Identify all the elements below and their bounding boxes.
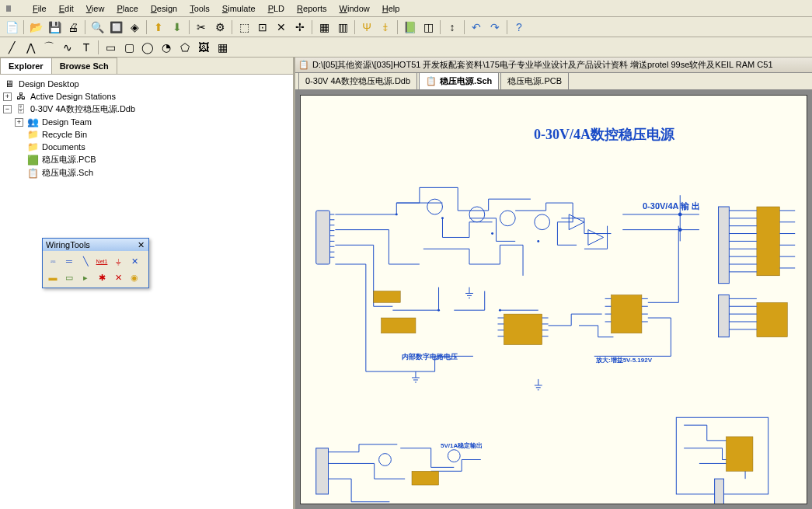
move-button[interactable]: ✢ xyxy=(291,19,308,36)
folder-icon: 📁 xyxy=(26,141,39,152)
hierarchy-down-button[interactable]: ⬇ xyxy=(169,19,186,36)
collapse-icon[interactable]: − xyxy=(3,105,12,113)
wiring-tools-titlebar[interactable]: WiringTools ✕ xyxy=(43,239,148,251)
arc-button[interactable]: ⌒ xyxy=(40,39,58,56)
tool2-button[interactable]: ▥ xyxy=(334,19,351,36)
image-button[interactable]: 🖼 xyxy=(195,39,212,56)
menu-view[interactable]: View xyxy=(80,2,111,16)
tab-browse-sch[interactable]: Browse Sch xyxy=(51,58,117,74)
tree-team[interactable]: + 👥 Design Team xyxy=(3,116,290,128)
tab-explorer[interactable]: Explorer xyxy=(0,58,52,74)
tree-stations[interactable]: + 🖧 Active Design Stations xyxy=(3,90,290,103)
select-rect-button[interactable]: ⬚ xyxy=(235,19,253,36)
open-button[interactable]: 📂 xyxy=(27,19,44,36)
help-button[interactable]: ? xyxy=(511,19,528,36)
svg-rect-17 xyxy=(715,479,724,504)
folder-icon: 📁 xyxy=(26,129,39,140)
bus-entry-button[interactable]: ╲ xyxy=(78,253,93,269)
print-button[interactable]: 🖨 xyxy=(64,19,82,36)
svg-rect-19 xyxy=(412,471,439,485)
database-icon: 🗄 xyxy=(15,104,27,115)
save-button[interactable]: 💾 xyxy=(46,19,63,36)
tree-documents[interactable]: 📁 Documents xyxy=(3,141,290,153)
menu-window[interactable]: Window xyxy=(333,2,376,16)
tool1-button[interactable]: ▦ xyxy=(315,19,333,36)
zoom-area-button[interactable]: 🔲 xyxy=(107,19,124,36)
svg-rect-6 xyxy=(374,291,401,303)
bezier-button[interactable]: ∿ xyxy=(59,39,76,56)
line-button[interactable]: ╱ xyxy=(3,39,20,56)
round-rect-button[interactable]: ▢ xyxy=(120,39,138,56)
no-erc-button[interactable]: ✕ xyxy=(110,270,126,285)
menu-place[interactable]: Place xyxy=(110,2,145,16)
port-button[interactable]: ✱ xyxy=(94,270,110,285)
library-button[interactable]: ◫ xyxy=(420,19,437,36)
svg-point-4 xyxy=(535,214,550,230)
new-button[interactable]: 📄 xyxy=(3,19,20,36)
menu-reports[interactable]: Reports xyxy=(291,2,333,16)
part-button[interactable]: ▬ xyxy=(45,270,61,285)
stations-icon: 🖧 xyxy=(15,91,27,102)
svg-rect-12 xyxy=(757,302,787,336)
main-toolbar: 📄 📂 💾 🖨 🔍 🔲 ◈ ⬆ ⬇ ✂ ⚙ ⬚ ⊡ ✕ ✢ ▦ ▥ Ψ ⤈ 📗 … xyxy=(0,17,812,37)
menu-edit[interactable]: Edit xyxy=(53,2,80,16)
rect-button[interactable]: ▭ xyxy=(102,39,119,56)
tree-root[interactable]: 🖥 Design Desktop xyxy=(3,78,290,90)
document-path: D:\[05]其他资源\[035]HOT51 开发板配套资料\175电子专业毕业… xyxy=(312,59,773,71)
bus-button[interactable]: ═ xyxy=(61,253,77,269)
tab-sch[interactable]: 📋 稳压电源.Sch xyxy=(419,72,499,89)
tree-pcb[interactable]: 🟩 稳压电源.PCB xyxy=(3,153,290,166)
probe-button[interactable]: ◉ xyxy=(127,270,142,285)
zoom-button[interactable]: 🔍 xyxy=(89,19,106,36)
close-icon[interactable]: ✕ xyxy=(136,240,145,249)
zoom-fit-button[interactable]: ◈ xyxy=(126,19,143,36)
tab-ddb[interactable]: 0-30V 4A数控稳压电源.Ddb xyxy=(298,72,417,89)
redo-button[interactable]: ↷ xyxy=(486,19,504,36)
sch-icon: 📋 xyxy=(26,168,39,179)
power-button[interactable]: Ψ xyxy=(358,19,375,36)
hierarchy-up-button[interactable]: ⬆ xyxy=(150,19,167,36)
schematic-canvas[interactable]: 0-30V/4A数控稳压电源 0-30V/4A 输 出 内部数字电路电压 放大:… xyxy=(300,95,807,504)
svg-point-3 xyxy=(500,211,515,226)
polygon-button[interactable]: ⬠ xyxy=(176,39,193,56)
settings-button[interactable]: ⚙ xyxy=(211,19,228,36)
port-button[interactable]: ⤈ xyxy=(377,19,394,36)
doc-icon: 📋 xyxy=(298,60,309,71)
undo-button[interactable]: ↶ xyxy=(468,19,485,36)
tree-ddb[interactable]: − 🗄 0-30V 4A数控稳压电源.Ddb xyxy=(3,103,290,116)
explorer-panel: Explorer Browse Sch 🖥 Design Desktop + 🖧… xyxy=(0,58,295,509)
svg-point-20 xyxy=(379,454,392,466)
menu-pld[interactable]: PLD xyxy=(262,2,291,16)
power-port-button[interactable]: ⏚ xyxy=(110,253,126,269)
select-touch-button[interactable]: ⊡ xyxy=(254,19,271,36)
wiring-tools-palette[interactable]: WiringTools ✕ ⎓ ═ ╲ Net1 ⏚ ✕ ▬ ▭ ▸ ✱ ✕ ◉ xyxy=(42,238,149,288)
net-label-button[interactable]: Net1 xyxy=(94,253,110,269)
pie-button[interactable]: ◔ xyxy=(158,39,175,56)
svg-point-22 xyxy=(396,213,398,215)
deselect-button[interactable]: ✕ xyxy=(273,19,290,36)
annotate-button[interactable]: ↕ xyxy=(444,19,461,36)
sheet-entry-button[interactable]: ▸ xyxy=(78,270,93,285)
wire-button[interactable]: ⎓ xyxy=(45,253,61,269)
menu-design[interactable]: Design xyxy=(145,2,183,16)
array-button[interactable]: ▦ xyxy=(214,39,231,56)
expand-icon[interactable]: + xyxy=(15,118,23,127)
sheet-symbol-button[interactable]: ▭ xyxy=(61,270,77,285)
tab-pcb[interactable]: 稳压电源.PCB xyxy=(500,72,569,89)
menu-tools[interactable]: Tools xyxy=(183,2,216,16)
expand-icon[interactable]: + xyxy=(3,92,12,101)
sch-icon: 📋 xyxy=(426,76,437,86)
tree-sch[interactable]: 📋 稳压电源.Sch xyxy=(3,166,290,180)
menu-help[interactable]: Help xyxy=(376,2,406,16)
junction-button[interactable]: ✕ xyxy=(127,253,142,269)
tree-recycle[interactable]: 📁 Recycle Bin xyxy=(3,128,290,141)
browse-button[interactable]: 📗 xyxy=(401,19,418,36)
polyline-button[interactable]: ⋀ xyxy=(22,39,39,56)
ellipse-button[interactable]: ◯ xyxy=(139,39,156,56)
menu-simulate[interactable]: Simulate xyxy=(216,2,262,16)
cut-button[interactable]: ✂ xyxy=(193,19,210,36)
svg-point-21 xyxy=(448,450,460,462)
text-button[interactable]: T xyxy=(78,39,95,56)
menu-file[interactable]: File xyxy=(26,2,53,16)
document-tabs: 0-30V 4A数控稳压电源.Ddb 📋 稳压电源.Sch 稳压电源.PCB xyxy=(295,73,812,90)
